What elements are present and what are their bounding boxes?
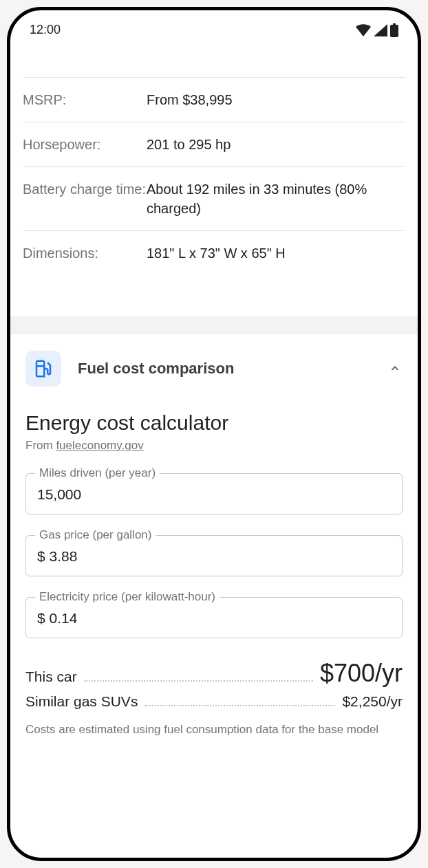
result-label: Similar gas SUVs: [25, 693, 138, 710]
calculator-title: Energy cost calculator: [25, 411, 403, 435]
content-area[interactable]: MSRP: From $38,995 Horsepower: 201 to 29…: [10, 43, 418, 738]
chevron-up-icon: [387, 361, 403, 376]
fuel-header-title: Fuel cost comparison: [78, 360, 371, 378]
input-group-miles: Miles driven (per year): [25, 473, 403, 514]
spec-value: 181" L x 73" W x 65" H: [147, 243, 405, 263]
spec-value: From $38,995: [147, 90, 405, 109]
phone-frame: 12:00 MSRP: From $38,995 Horsepower: 201…: [7, 7, 421, 861]
spec-value: 201 to 295 hp: [147, 135, 405, 154]
result-dots: [145, 705, 335, 706]
fuel-header[interactable]: Fuel cost comparison: [25, 351, 403, 387]
input-group-gas: Gas price (per gallon): [25, 535, 403, 576]
status-bar: 12:00: [10, 10, 418, 43]
battery-icon: [390, 23, 398, 37]
section-divider: [10, 316, 418, 334]
spec-label: Dimensions:: [23, 243, 147, 263]
spec-label: Horsepower:: [23, 135, 147, 154]
result-value: $2,250/yr: [342, 693, 403, 710]
svg-rect-0: [390, 25, 398, 37]
spec-row-horsepower: Horsepower: 201 to 295 hp: [23, 122, 405, 166]
fuel-pump-icon: [33, 358, 54, 379]
spec-row-dimensions: Dimensions: 181" L x 73" W x 65" H: [23, 230, 405, 275]
spec-row-msrp: MSRP: From $38,995: [23, 77, 405, 122]
status-icons: [356, 23, 398, 37]
electricity-label: Electricity price (per kilowatt-hour): [35, 590, 220, 604]
result-note: Costs are estimated using fuel consumpti…: [25, 721, 403, 738]
spec-row-battery: Battery charge time: About 192 miles in …: [23, 166, 405, 230]
fuel-icon-box: [25, 351, 61, 387]
source-link[interactable]: fueleconomy.gov: [56, 439, 143, 452]
fuel-cost-section: Fuel cost comparison Energy cost calcula…: [10, 334, 418, 738]
status-time: 12:00: [30, 23, 61, 37]
miles-label: Miles driven (per year): [35, 466, 160, 480]
result-similar-suvs: Similar gas SUVs $2,250/yr: [25, 693, 403, 710]
calculator-source: From fueleconomy.gov: [25, 439, 403, 453]
spec-value: About 192 miles in 33 minutes (80% charg…: [147, 180, 405, 218]
result-label: This car: [25, 669, 77, 685]
gas-label: Gas price (per gallon): [35, 528, 156, 542]
from-prefix: From: [25, 439, 56, 452]
svg-rect-1: [393, 23, 396, 25]
input-group-electricity: Electricity price (per kilowatt-hour): [25, 597, 403, 638]
result-value: $700/yr: [320, 659, 403, 688]
wifi-icon: [356, 24, 371, 36]
spec-section: MSRP: From $38,995 Horsepower: 201 to 29…: [10, 43, 418, 275]
result-dots: [84, 680, 313, 682]
result-this-car: This car $700/yr: [25, 659, 403, 688]
spec-label: MSRP:: [23, 90, 147, 109]
signal-icon: [374, 24, 387, 36]
spec-label: Battery charge time:: [23, 180, 147, 199]
